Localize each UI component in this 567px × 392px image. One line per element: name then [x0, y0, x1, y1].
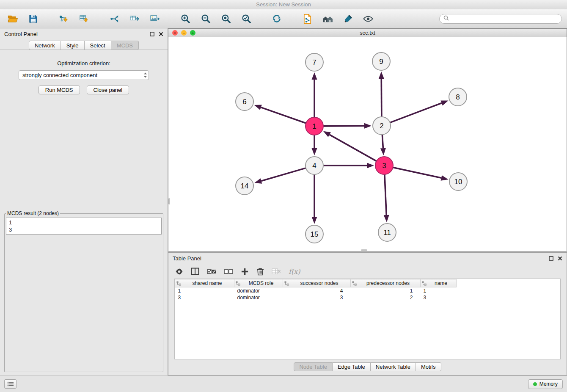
open-file-icon[interactable] [5, 11, 20, 26]
tab-mcds[interactable]: MCDS [111, 41, 139, 50]
graph-edge[interactable] [390, 100, 449, 122]
graph-edge[interactable] [323, 163, 374, 168]
table-cell[interactable]: dominator [234, 287, 283, 294]
right-side: × − + scc.txt 7968124314101511 Table Pan… [168, 28, 567, 375]
graph-node[interactable]: 2 [373, 117, 391, 135]
zoom-fit-icon[interactable] [218, 11, 234, 26]
graph-node-label: 8 [456, 93, 460, 101]
tab-network-table[interactable]: Network Table [371, 362, 416, 371]
run-mcds-button[interactable]: Run MCDS [39, 86, 80, 94]
clipboard-network-icon[interactable] [300, 11, 315, 26]
graph-edge[interactable] [312, 174, 317, 224]
graph-node[interactable]: 10 [449, 173, 467, 190]
tab-motifs[interactable]: Motifs [416, 362, 441, 371]
search-input[interactable] [451, 16, 558, 22]
column-header-name[interactable]: name [421, 279, 457, 287]
graph-node[interactable]: 8 [449, 88, 467, 106]
graph-edge[interactable] [380, 135, 386, 155]
search-box[interactable] [439, 14, 562, 24]
graph-edge[interactable] [393, 167, 449, 180]
function-icon[interactable]: f(x) [289, 268, 300, 276]
graph-node[interactable]: 15 [306, 225, 323, 243]
float-panel-icon[interactable] [150, 32, 154, 36]
select-none-icon[interactable] [224, 268, 233, 275]
add-row-icon[interactable] [241, 268, 249, 276]
table-cell[interactable]: 1 [421, 287, 457, 294]
mcds-result-item[interactable]: 1 [9, 219, 159, 226]
graph-node[interactable]: 3 [375, 157, 393, 174]
network-from-table-icon[interactable] [127, 11, 142, 26]
table-cell[interactable]: 3 [175, 294, 234, 301]
graph-edge[interactable] [312, 72, 317, 117]
memory-status-dot [533, 382, 537, 386]
panel-spacer [3, 94, 164, 210]
dropdown-value: strongly connected component [22, 72, 97, 78]
graph-node[interactable]: 7 [306, 53, 323, 71]
split-column-icon[interactable] [191, 268, 199, 275]
save-session-icon[interactable] [25, 11, 41, 26]
column-header-shared-name[interactable]: shared name [175, 279, 234, 287]
table-row[interactable]: 3dominator323 [175, 294, 457, 301]
vertical-scrollbar-thumb[interactable] [168, 198, 170, 204]
tab-edge-table[interactable]: Edge Table [333, 362, 371, 371]
table-row[interactable]: 1dominator411 [175, 287, 457, 294]
table-cell[interactable]: dominator [234, 294, 283, 301]
memory-button[interactable]: Memory [528, 379, 563, 389]
import-table-icon[interactable] [76, 11, 91, 26]
zoom-in-icon[interactable] [178, 11, 193, 26]
optimization-criterion-dropdown[interactable]: strongly connected component [19, 70, 149, 80]
tab-node-table[interactable]: Node Table [294, 362, 333, 371]
horizontal-scrollbar-thumb[interactable] [361, 249, 367, 251]
float-table-panel-icon[interactable] [549, 256, 553, 261]
tab-network[interactable]: Network [29, 41, 61, 50]
tab-select[interactable]: Select [85, 41, 111, 50]
network-from-selection-icon[interactable] [107, 11, 122, 26]
graph-edge[interactable] [379, 72, 384, 117]
zoom-selected-icon[interactable] [239, 11, 254, 26]
network-canvas[interactable]: 7968124314101511 [168, 37, 567, 251]
graph-node[interactable]: 4 [306, 157, 323, 174]
graph-edge[interactable] [323, 131, 377, 161]
graph-node[interactable]: 14 [236, 177, 253, 195]
graph-edge[interactable] [254, 168, 306, 184]
graph-edge[interactable] [323, 123, 372, 129]
import-network-icon[interactable] [56, 11, 71, 26]
show-hide-icon[interactable] [361, 11, 376, 26]
panel-menu-button[interactable] [4, 379, 17, 389]
graph-node[interactable]: 11 [378, 224, 396, 241]
close-table-panel-icon[interactable] [558, 256, 562, 261]
graph-edge[interactable] [312, 135, 317, 155]
zoom-out-icon[interactable] [198, 11, 213, 26]
delete-icon[interactable] [256, 267, 264, 276]
graph-node-label: 3 [382, 162, 386, 170]
first-neighbors-icon[interactable] [320, 11, 335, 26]
table-cell[interactable]: 3 [421, 294, 457, 301]
close-panel-button[interactable]: Close panel [87, 86, 129, 94]
export-image-icon[interactable] [147, 11, 162, 26]
graph-edge[interactable] [384, 174, 389, 222]
graph-node[interactable]: 1 [306, 117, 323, 135]
mcds-result-item[interactable]: 3 [9, 226, 159, 233]
style-brush-icon[interactable] [340, 11, 355, 26]
graph-node[interactable]: 9 [372, 52, 390, 70]
control-panel: Control Panel NetworkStyleSelectMCDS Opt… [0, 28, 168, 375]
graph-node[interactable]: 6 [236, 93, 253, 110]
table-cell[interactable]: 3 [283, 294, 351, 301]
table-cell[interactable]: 1 [175, 287, 234, 294]
select-all-icon[interactable] [207, 268, 216, 275]
gear-icon[interactable] [175, 268, 183, 276]
column-header-predecessor-nodes[interactable]: predecessor nodes [351, 279, 421, 287]
tab-style[interactable]: Style [61, 41, 85, 50]
column-header-mcds-role[interactable]: MCDS role [234, 279, 283, 287]
table-cell[interactable]: 1 [351, 287, 421, 294]
close-window-icon[interactable]: × [172, 30, 178, 36]
refresh-layout-icon[interactable] [269, 11, 284, 26]
table-cell[interactable]: 2 [351, 294, 421, 301]
close-panel-icon[interactable] [159, 32, 163, 36]
zoom-window-icon[interactable]: + [190, 30, 195, 36]
table-header-row: shared nameMCDS rolesuccessor nodesprede… [175, 279, 457, 287]
minimize-window-icon[interactable]: − [181, 30, 187, 36]
graph-edge[interactable] [254, 105, 306, 123]
column-header-successor-nodes[interactable]: successor nodes [283, 279, 351, 287]
table-cell[interactable]: 4 [283, 287, 351, 294]
